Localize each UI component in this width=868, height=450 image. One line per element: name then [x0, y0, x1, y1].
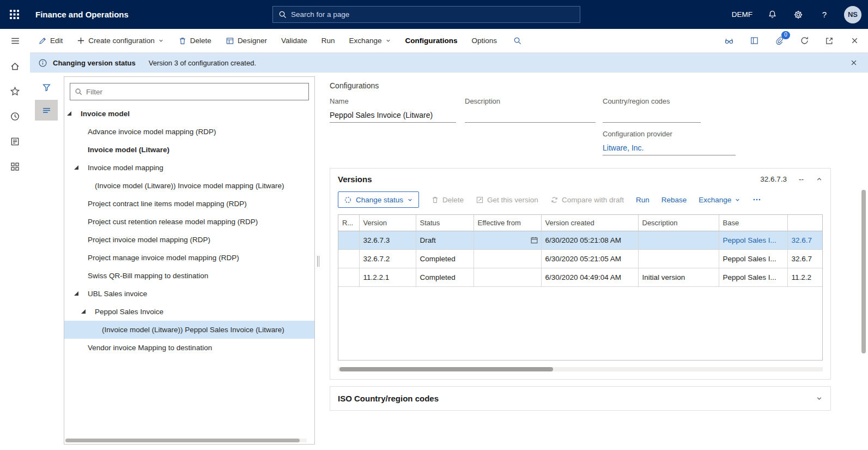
configuration-provider-link[interactable]: Litware, Inc.: [603, 141, 736, 155]
tree-item[interactable]: Swiss QR-Bill mapping to destination: [64, 267, 314, 285]
settings-button[interactable]: [792, 8, 805, 21]
tree-item[interactable]: Invoice model mapping: [64, 159, 314, 177]
cell-version_created[interactable]: 6/30/2020 04:49:04 AM: [541, 268, 638, 286]
panel-splitter[interactable]: [315, 73, 321, 450]
delete-version-button[interactable]: Delete: [431, 196, 464, 204]
tree-expand-caret-icon[interactable]: [81, 309, 86, 314]
cell-base_name[interactable]: Peppol Sales I...: [719, 268, 787, 286]
avatar[interactable]: NS: [844, 6, 861, 23]
company-picker[interactable]: DEMF: [732, 10, 752, 19]
tree-expand-caret-icon[interactable]: [74, 291, 78, 296]
cell-base_version[interactable]: 11.2.2: [787, 268, 822, 286]
cell-description[interactable]: [638, 249, 719, 268]
version-row[interactable]: 11.2.2.1Completed6/30/2020 04:49:04 AMIn…: [338, 268, 822, 286]
tree-filter-input[interactable]: [86, 88, 304, 96]
cell-marker[interactable]: [338, 231, 359, 249]
collapse-section-button[interactable]: [816, 176, 823, 183]
expand-section-button[interactable]: [816, 395, 823, 402]
cell-version_created[interactable]: 6/30/2020 05:21:08 AM: [541, 231, 638, 249]
run-button[interactable]: Run: [321, 37, 335, 45]
tree-item[interactable]: Invoice model (Litware): [64, 141, 314, 159]
notifications-button[interactable]: [766, 8, 779, 21]
cell-base_name[interactable]: Peppol Sales I...: [719, 249, 787, 268]
cell-effective_from[interactable]: [474, 249, 541, 268]
refresh-button[interactable]: [798, 35, 810, 47]
cell-base_version[interactable]: 32.6.7: [787, 249, 822, 268]
description-input[interactable]: [465, 108, 596, 123]
tree-expand-caret-icon[interactable]: [74, 165, 78, 170]
glasses-button[interactable]: [723, 35, 735, 47]
column-header[interactable]: Base: [719, 215, 787, 231]
validate-button[interactable]: Validate: [281, 37, 307, 45]
cell-version[interactable]: 32.6.7.2: [359, 249, 416, 268]
versions-section-header[interactable]: Versions 32.6.7.3 --: [330, 169, 830, 187]
run-version-button[interactable]: Run: [636, 196, 650, 204]
show-filters-button[interactable]: [35, 77, 58, 98]
cell-version[interactable]: 11.2.2.1: [359, 268, 416, 286]
book-button[interactable]: [748, 35, 760, 47]
nav-recent-button[interactable]: [9, 110, 22, 123]
tab-options[interactable]: Options: [472, 37, 497, 45]
nav-menu-button[interactable]: [9, 34, 22, 47]
tree-item[interactable]: Advance invoice model mapping (RDP): [64, 123, 314, 141]
nav-favorites-button[interactable]: [9, 85, 22, 98]
designer-button[interactable]: Designer: [226, 37, 267, 45]
scrollbar-thumb[interactable]: [65, 439, 300, 442]
cell-description[interactable]: Initial version: [638, 268, 719, 286]
message-bar-close-button[interactable]: [848, 57, 860, 69]
grid-horizontal-scrollbar[interactable]: [338, 367, 823, 371]
iso-country-section-header[interactable]: ISO Country/region codes: [330, 387, 830, 410]
scrollbar-thumb[interactable]: [339, 367, 553, 371]
tree-filter-box[interactable]: [70, 83, 309, 100]
page-search-input[interactable]: [291, 10, 574, 19]
app-launcher-button[interactable]: [0, 0, 29, 29]
action-search-button[interactable]: [511, 35, 523, 47]
tree-item[interactable]: Project invoice model mapping (RDP): [64, 231, 314, 249]
calendar-icon[interactable]: [530, 236, 538, 246]
cell-version_created[interactable]: 6/30/2020 05:21:05 AM: [541, 249, 638, 268]
help-button[interactable]: ?: [818, 8, 831, 21]
tree-item[interactable]: (Invoice model (Litware)) Peppol Sales I…: [64, 321, 314, 339]
column-header[interactable]: Status: [416, 215, 474, 231]
tree-item[interactable]: Vendor invoice Mapping to destination: [64, 339, 314, 357]
column-header[interactable]: [787, 215, 822, 231]
tree-item[interactable]: Invoice model: [64, 105, 314, 123]
nav-workspaces-button[interactable]: [9, 160, 22, 173]
edit-button[interactable]: Edit: [38, 37, 63, 45]
cell-description[interactable]: [638, 231, 719, 249]
cell-status[interactable]: Draft: [416, 231, 474, 249]
nav-home-button[interactable]: [9, 59, 22, 73]
column-header[interactable]: Version created: [541, 215, 638, 231]
app-title[interactable]: Finance and Operations: [35, 10, 129, 19]
page-search[interactable]: [272, 6, 580, 23]
page-vertical-scrollbar[interactable]: [861, 190, 866, 353]
cell-marker[interactable]: [338, 268, 359, 286]
cell-effective_from[interactable]: [474, 231, 541, 249]
compare-with-draft-button[interactable]: Compare with draft: [550, 196, 624, 204]
tree-item[interactable]: Project cust retention release model map…: [64, 213, 314, 231]
column-header[interactable]: Description: [638, 215, 719, 231]
tab-configurations[interactable]: Configurations: [405, 37, 458, 45]
version-row[interactable]: 32.6.7.3Draft6/30/2020 05:21:08 AMPeppol…: [338, 231, 822, 249]
cell-status[interactable]: Completed: [416, 268, 474, 286]
tree-view-toggle-button[interactable]: [35, 100, 58, 121]
version-row[interactable]: 32.6.7.2Completed6/30/2020 05:21:05 AMPe…: [338, 249, 822, 268]
tree-item[interactable]: Project contract line items model mappin…: [64, 195, 314, 213]
change-status-button[interactable]: Change status: [338, 191, 419, 208]
name-input[interactable]: Peppol Sales Invoice (Litware): [330, 108, 456, 123]
attachments-button[interactable]: 0: [773, 35, 785, 47]
tree-item[interactable]: Project manage invoice model mapping (RD…: [64, 249, 314, 267]
cell-base_version[interactable]: 32.6.7: [787, 231, 822, 249]
cell-status[interactable]: Completed: [416, 249, 474, 268]
more-options-button[interactable]: [752, 195, 761, 204]
country-codes-input[interactable]: [603, 108, 701, 123]
column-header[interactable]: Effective from: [474, 215, 541, 231]
exchange-button[interactable]: Exchange: [349, 37, 391, 45]
rebase-button[interactable]: Rebase: [661, 196, 687, 204]
create-configuration-button[interactable]: Create configuration: [77, 37, 164, 45]
get-this-version-button[interactable]: Get this version: [476, 196, 538, 204]
tree-horizontal-scrollbar[interactable]: [65, 439, 307, 442]
cell-base_name[interactable]: Peppol Sales I...: [719, 231, 787, 249]
exchange-version-button[interactable]: Exchange: [699, 196, 740, 204]
column-header[interactable]: R...: [338, 215, 359, 231]
